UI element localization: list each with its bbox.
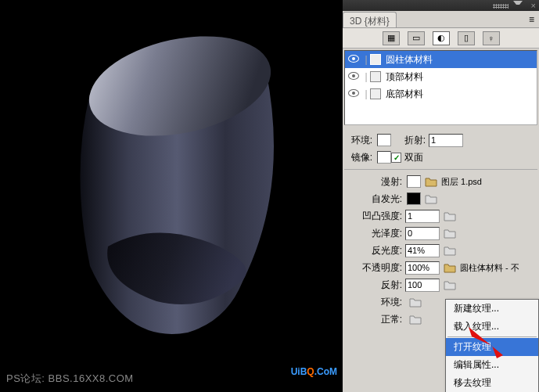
mirror-swatch[interactable] xyxy=(377,151,391,164)
spec-texture-icon[interactable] xyxy=(443,244,457,257)
ctx-open-texture[interactable]: 打开纹理 xyxy=(446,338,538,356)
material-row-top[interactable]: | 顶部材料 xyxy=(345,68,537,85)
environment-label: 环境: xyxy=(344,134,376,147)
mirror-label: 镜像: xyxy=(344,151,376,164)
ctx-edit-texture[interactable]: 编辑属性... xyxy=(446,356,538,374)
reflect-texture-icon[interactable] xyxy=(443,279,457,291)
doubleface-label: 双面 xyxy=(404,151,423,164)
material-swatch xyxy=(370,88,381,99)
gloss-label: 光泽度: xyxy=(344,227,405,240)
opacity-input[interactable] xyxy=(405,261,440,275)
ctx-new-texture[interactable]: 新建纹理... xyxy=(446,300,538,318)
mode-scene-icon[interactable]: ▦ xyxy=(383,31,400,45)
visibility-icon[interactable] xyxy=(345,54,362,65)
opacity-texture-icon[interactable] xyxy=(443,261,457,274)
bump-texture-icon[interactable] xyxy=(443,210,457,222)
opacity-texture-name: 圆柱体材料 - 不 xyxy=(460,262,519,274)
diffuse-texture-name: 图层 1.psd xyxy=(441,176,482,188)
material-swatch xyxy=(370,71,381,82)
cylinder-mesh xyxy=(47,31,305,344)
collapse-icon[interactable] xyxy=(513,1,523,9)
material-name: 底部材料 xyxy=(386,88,423,101)
material-list[interactable]: | 圆柱体材料 | 顶部材料 | 底部材料 xyxy=(344,50,537,125)
selfillum-texture-icon[interactable] xyxy=(424,192,438,205)
spec-label: 反光度: xyxy=(344,244,405,257)
3d-viewport[interactable] xyxy=(0,0,343,392)
refraction-label: 折射: xyxy=(391,134,429,147)
refraction-input[interactable] xyxy=(429,134,463,147)
opacity-label: 不透明度: xyxy=(344,261,405,275)
normal-label: 正常: xyxy=(344,313,405,326)
watermark-logo: UiBQ.CoM xyxy=(291,364,337,378)
reflect-label: 反射: xyxy=(344,279,405,292)
watermark-footer: PS论坛: BBS.16XX8.COM xyxy=(6,372,134,386)
close-icon[interactable] xyxy=(526,0,536,8)
visibility-icon[interactable] xyxy=(345,88,362,99)
material-row-cylinder[interactable]: | 圆柱体材料 xyxy=(345,51,537,68)
material-properties: 环境: 折射: 镜像: ✓ 双面 漫射: 图层 1.psd 自发光: 凹凸强度: xyxy=(343,127,539,328)
filter-mode-bar: ▦ ▭ ◐ ▯ ♀ xyxy=(343,28,539,49)
material-swatch xyxy=(370,54,381,65)
visibility-icon[interactable] xyxy=(345,71,362,82)
environment-swatch[interactable] xyxy=(377,134,391,146)
mode-mesh-icon[interactable]: ▭ xyxy=(408,31,425,45)
mode-material-icon[interactable]: ◐ xyxy=(433,31,450,45)
material-name: 圆柱体材料 xyxy=(386,53,433,67)
drag-handle-icon[interactable] xyxy=(493,4,508,9)
diffuse-label: 漫射: xyxy=(344,175,405,189)
normal-texture-icon[interactable] xyxy=(408,313,422,325)
selfillum-swatch[interactable] xyxy=(407,192,421,205)
texture-context-menu: 新建纹理... 载入纹理... 打开纹理 编辑属性... 移去纹理 xyxy=(445,299,539,392)
mode-bulb-icon[interactable]: ♀ xyxy=(483,31,500,45)
spec-input[interactable] xyxy=(405,244,440,257)
selfillum-label: 自发光: xyxy=(344,192,405,206)
gloss-input[interactable] xyxy=(405,227,440,240)
bump-label: 凹凸强度: xyxy=(344,210,405,223)
mode-light-icon[interactable]: ▯ xyxy=(458,31,475,45)
diffuse-texture-icon[interactable] xyxy=(424,175,438,188)
env2-label: 环境: xyxy=(344,296,405,309)
doubleface-checkbox[interactable]: ✓ xyxy=(391,153,401,163)
gloss-texture-icon[interactable] xyxy=(443,227,457,239)
panel-tabs: 3D {材料} ≡ xyxy=(343,11,539,28)
ctx-load-texture[interactable]: 载入纹理... xyxy=(446,318,538,336)
bump-input[interactable] xyxy=(405,210,440,223)
material-row-bottom[interactable]: | 底部材料 xyxy=(345,85,537,102)
panel-titlebar[interactable] xyxy=(343,0,539,11)
tab-3d-materials[interactable]: 3D {材料} xyxy=(343,12,397,27)
material-name: 顶部材料 xyxy=(386,70,423,84)
ctx-remove-texture[interactable]: 移去纹理 xyxy=(446,374,538,392)
diffuse-swatch[interactable] xyxy=(407,175,421,188)
env-texture-icon[interactable] xyxy=(408,296,422,308)
reflect-input[interactable] xyxy=(405,279,440,292)
panel-menu-icon[interactable]: ≡ xyxy=(524,11,539,27)
ctx-separator xyxy=(447,336,537,337)
